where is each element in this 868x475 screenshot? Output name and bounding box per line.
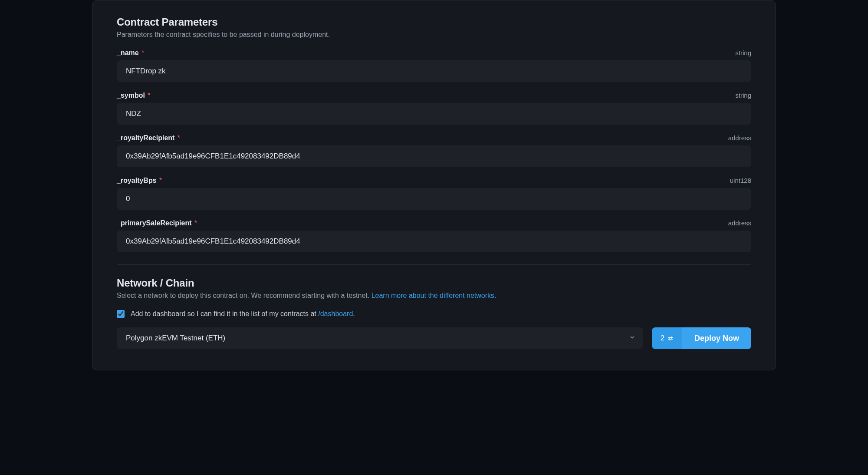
required-star: * — [146, 92, 151, 99]
required-star: * — [158, 177, 162, 184]
field-name: _name * string — [117, 49, 751, 82]
name-input[interactable] — [117, 60, 751, 82]
field-primary-sale-recipient: _primarySaleRecipient * address — [117, 219, 751, 252]
field-royalty-recipient: _royaltyRecipient * address — [117, 134, 751, 167]
field-label-royalty-recipient: _royaltyRecipient — [117, 134, 174, 142]
deploy-button-group: 2 ⇄ Deploy Now — [652, 327, 751, 349]
deploy-now-button[interactable]: Deploy Now — [682, 327, 751, 349]
field-symbol: _symbol * string — [117, 92, 751, 125]
field-type-symbol: string — [735, 92, 751, 99]
contract-params-title: Contract Parameters — [117, 16, 751, 28]
required-star: * — [193, 219, 197, 227]
swap-icon: ⇄ — [668, 335, 673, 342]
network-desc-text: Select a network to deploy this contract… — [117, 292, 372, 299]
field-type-royalty-bps: uint128 — [730, 177, 751, 184]
field-label-symbol: _symbol — [117, 92, 145, 99]
deploy-row: Polygon zkEVM Testnet (ETH) 2 ⇄ Deploy N… — [117, 327, 751, 349]
deploy-tx-count[interactable]: 2 ⇄ — [652, 327, 682, 349]
primary-sale-recipient-input[interactable] — [117, 231, 751, 252]
learn-more-link[interactable]: Learn more about the different networks. — [372, 292, 496, 299]
field-label-name: _name — [117, 49, 139, 56]
checkbox-text-prefix: Add to dashboard so I can find it in the… — [131, 310, 318, 317]
royalty-bps-input[interactable] — [117, 188, 751, 210]
section-divider — [117, 264, 751, 265]
symbol-input[interactable] — [117, 103, 751, 125]
deploy-count-value: 2 — [661, 334, 664, 342]
network-title: Network / Chain — [117, 277, 751, 289]
deploy-panel: Contract Parameters Parameters the contr… — [92, 0, 776, 370]
field-royalty-bps: _royaltyBps * uint128 — [117, 177, 751, 210]
add-to-dashboard-checkbox[interactable] — [117, 310, 125, 318]
field-type-name: string — [735, 49, 751, 56]
field-type-primary-sale-recipient: address — [728, 219, 751, 227]
field-label-royalty-bps: _royaltyBps — [117, 177, 157, 184]
network-select-wrap: Polygon zkEVM Testnet (ETH) — [117, 327, 643, 349]
checkbox-text-suffix: . — [353, 310, 355, 317]
contract-params-desc: Parameters the contract specifies to be … — [117, 31, 751, 39]
network-desc: Select a network to deploy this contract… — [117, 292, 751, 300]
field-type-royalty-recipient: address — [728, 134, 751, 142]
network-select[interactable]: Polygon zkEVM Testnet (ETH) — [117, 327, 643, 349]
dashboard-link[interactable]: /dashboard — [318, 310, 353, 317]
required-star: * — [140, 49, 145, 56]
royalty-recipient-input[interactable] — [117, 145, 751, 167]
add-to-dashboard-row: Add to dashboard so I can find it in the… — [117, 310, 751, 318]
required-star: * — [175, 134, 180, 142]
field-label-primary-sale-recipient: _primarySaleRecipient — [117, 219, 192, 227]
